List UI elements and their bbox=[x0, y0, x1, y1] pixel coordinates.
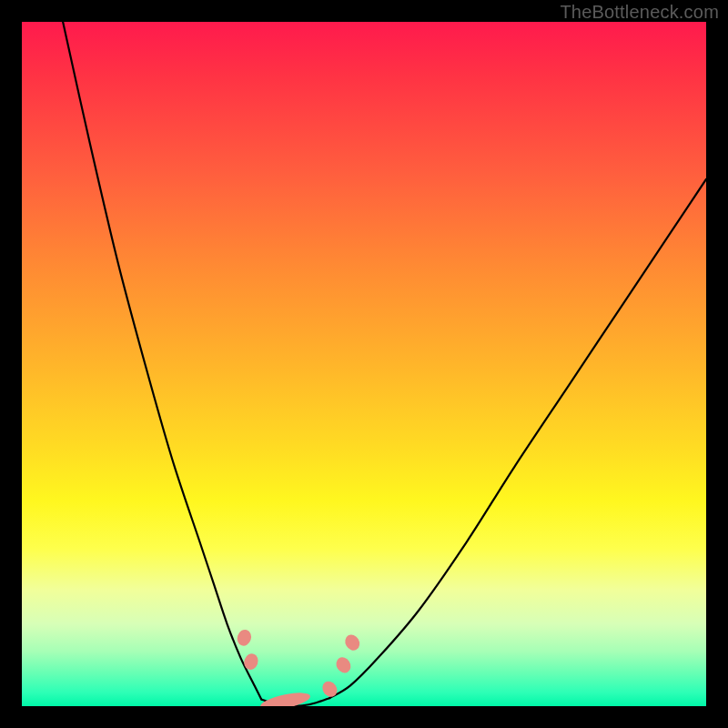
lozenge-right-lower bbox=[319, 679, 340, 700]
curve-left-arm bbox=[63, 22, 261, 699]
lozenge-left-upper bbox=[235, 628, 253, 648]
chart-svg bbox=[22, 22, 706, 706]
curve-right-arm bbox=[329, 179, 706, 698]
marker-group bbox=[235, 628, 362, 706]
lozenge-left-lower bbox=[242, 652, 260, 672]
lozenge-right-upper bbox=[342, 632, 362, 653]
chart-area bbox=[22, 22, 706, 706]
lozenge-right-mid bbox=[333, 654, 353, 675]
lozenge-bottom bbox=[259, 690, 312, 706]
watermark-text: TheBottleneck.com bbox=[560, 2, 719, 23]
